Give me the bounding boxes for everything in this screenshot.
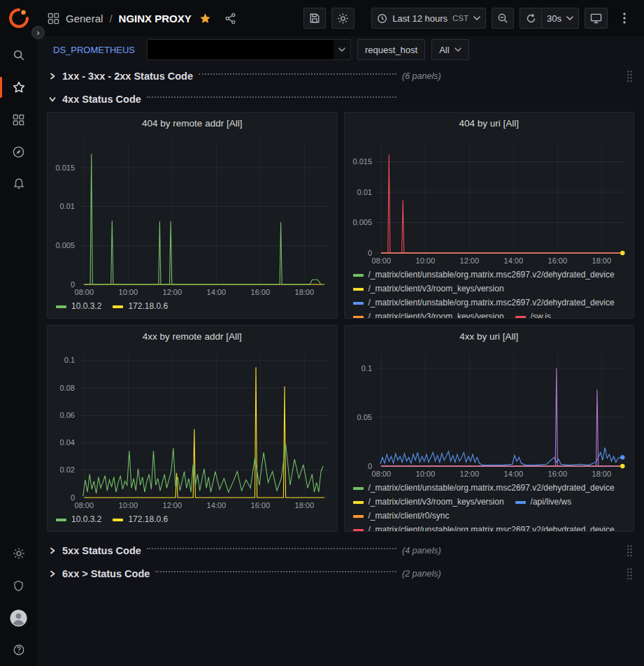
svg-text:18:00: 18:00 [592,256,611,265]
row-drag-handle-icon[interactable] [627,544,633,557]
breadcrumb-folder[interactable]: General [66,13,103,24]
grafana-logo-icon[interactable] [9,8,29,28]
timeseries-chart[interactable]: 00.020.040.060.080.108:0010:0012:0014:00… [48,347,337,512]
kebab-menu-button[interactable] [613,8,636,29]
panel-404-by-uri: 404 by uri [All] 00.0050.010.01508:0010:… [344,112,635,319]
legend-item[interactable]: /api/live/ws [515,496,572,508]
breadcrumb: General / NGINX PROXY [48,13,236,24]
legend-color-dash [515,501,526,504]
legend-item[interactable]: /_matrix/client/unstable/org.matrix.msc2… [353,269,615,281]
legend-label: /_matrix/client/v3/room_keys/version [368,311,504,319]
display-mode-button[interactable] [585,8,608,29]
sidebar-item-dashboards[interactable] [0,103,37,136]
favorite-star-icon[interactable] [199,13,211,24]
legend-item[interactable]: /_matrix/client/unstable/org.matrix.msc2… [353,524,615,532]
sidebar-item-search[interactable] [0,39,37,71]
dashboard-title[interactable]: NGINX PROXY [119,13,192,24]
navbar-actions: Last 12 hours CST 30s [303,8,636,29]
avatar [10,609,27,627]
row-drag-handle-icon[interactable] [627,70,633,82]
legend-label: 10.0.3.2 [71,301,101,312]
legend-item[interactable]: /sw.js [515,311,551,319]
sidebar-item-starred[interactable] [0,71,37,103]
svg-text:0.015: 0.015 [55,164,75,172]
panel-404-by-remote-addr: 404 by remote addr [All] 00.0050.010.015… [47,112,338,319]
datasource-select[interactable] [147,39,351,60]
row-panel-count: (2 panels) [402,569,441,579]
row-5xx[interactable]: 5xx Status Code (4 panels) [47,540,634,560]
legend-item[interactable]: /_matrix/client/v3/room_keys/version [353,283,504,295]
sidebar-item-configuration[interactable] [0,537,37,570]
sidebar-item-server-admin[interactable] [0,570,37,602]
chevron-down-icon [566,16,573,20]
request-host-variable-label[interactable]: request_host [357,39,425,60]
sidebar-item-help[interactable] [0,634,37,666]
share-icon[interactable] [224,13,236,24]
row-drag-handle-icon[interactable] [627,567,633,580]
legend-item[interactable]: 10.0.3.2 [56,514,101,526]
svg-text:14:00: 14:00 [503,256,523,265]
panel-title[interactable]: 4xx by remote addr [All] [48,326,337,347]
legend-item[interactable]: 172.18.0.6 [113,514,168,526]
datasource-variable-label[interactable]: DS_PROMETHEUS [48,41,141,59]
timeseries-chart[interactable]: 00.0050.010.01508:0010:0012:0014:0016:00… [345,133,634,268]
refresh-interval-dropdown[interactable]: 30s [541,8,579,29]
row-title: 1xx - 3xx - 2xx Status Code [62,71,193,82]
request-host-variable-select[interactable]: All [431,39,468,60]
clock-icon [377,13,387,24]
legend-item[interactable]: 172.18.0.6 [113,301,168,312]
panel-4xx-by-remote-addr: 4xx by remote addr [All] 00.020.040.060.… [47,325,338,532]
panel-legend: /_matrix/client/unstable/org.matrix.msc2… [345,481,634,532]
row-6xx[interactable]: 6xx > Status Code (2 panels) [47,563,634,584]
dashboard-canvas: 1xx - 3xx - 2xx Status Code (6 panels) 4… [37,63,644,666]
legend-item[interactable]: /_matrix/client/r0/sync [353,510,450,522]
svg-text:0: 0 [71,493,75,502]
svg-text:08:00: 08:00 [371,256,391,265]
sidebar-expand-button[interactable]: › [31,26,45,39]
row-1xx-3xx-2xx[interactable]: 1xx - 3xx - 2xx Status Code (6 panels) [47,66,634,86]
chevron-right-icon [47,73,58,80]
legend-item[interactable]: /_matrix/client/v3/room_keys/version [353,496,504,508]
svg-text:0.005: 0.005 [352,218,372,226]
refresh-button[interactable] [520,8,542,29]
time-range-picker[interactable]: Last 12 hours CST [371,8,486,29]
legend-item[interactable]: /_matrix/client/unstable/org.matrix.msc2… [353,297,615,309]
svg-text:16:00: 16:00 [251,501,271,509]
legend-color-dash [56,305,66,308]
legend-item[interactable]: 10.0.3.2 [56,301,101,312]
timeseries-chart[interactable]: 00.0050.010.01508:0010:0012:0014:0016:00… [48,133,337,299]
row-title: 5xx Status Code [62,545,141,556]
legend-color-dash [353,529,364,532]
legend-item[interactable]: /_matrix/client/unstable/org.matrix.msc2… [353,482,615,494]
bell-icon [13,178,25,190]
svg-text:16:00: 16:00 [251,288,271,296]
svg-text:10:00: 10:00 [119,288,138,296]
svg-text:0.005: 0.005 [55,241,75,249]
chevron-right-icon [47,570,58,577]
svg-text:10:00: 10:00 [119,501,138,509]
save-dashboard-button[interactable] [303,8,326,29]
legend-color-dash [56,519,66,521]
panel-title[interactable]: 4xx by uri [All] [345,326,634,347]
zoom-out-time-button[interactable] [492,8,514,29]
sidebar-item-explore[interactable] [0,136,37,168]
svg-text:12:00: 12:00 [163,288,183,296]
panel-title[interactable]: 404 by remote addr [All] [48,113,337,133]
legend-color-dash [113,305,123,308]
timeseries-chart[interactable]: 00.050.108:0010:0012:0014:0016:0018:00 [345,347,634,481]
legend-color-dash [353,501,364,504]
panel-title[interactable]: 404 by uri [All] [345,113,634,133]
legend-color-dash [113,519,123,521]
row-4xx[interactable]: 4xx Status Code [47,89,634,109]
dashboard-settings-button[interactable] [331,8,355,29]
search-icon [13,49,25,61]
chevron-down-icon [334,48,350,52]
sidebar-item-alerting[interactable] [0,168,37,200]
refresh-button-group: 30s [520,8,579,29]
row-title: 4xx Status Code [62,94,141,105]
dashboards-grid-icon [48,13,59,24]
legend-label: /_matrix/client/r0/sync [368,510,450,522]
sidebar-item-profile[interactable] [0,602,37,634]
svg-text:0.1: 0.1 [361,364,371,372]
legend-item[interactable]: /_matrix/client/v3/room_keys/version [353,311,504,319]
